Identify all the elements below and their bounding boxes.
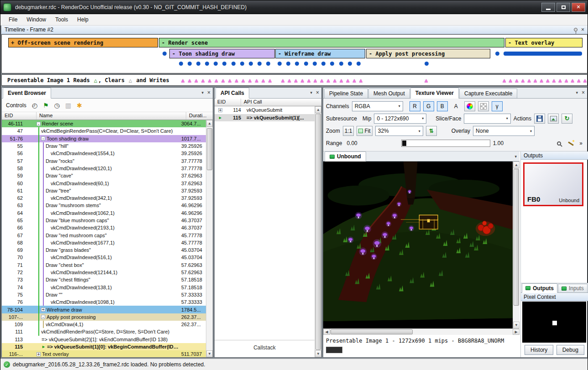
toolbar-overflow-icon[interactable]: » xyxy=(579,140,583,146)
flag-icon[interactable]: ⚑ xyxy=(43,102,49,109)
scroll-down-icon[interactable]: ▼ xyxy=(315,350,321,357)
event-row[interactable]: 58vkCmdDrawIndexed(120,1)37.77778 xyxy=(2,165,206,172)
event-row[interactable]: 57Draw "rocks"37.77778 xyxy=(2,157,206,164)
draw-marker-dot[interactable] xyxy=(196,62,200,66)
reads-triangle-icon[interactable]: △ xyxy=(94,77,97,83)
tab-event-browser[interactable]: Event Browser xyxy=(3,88,51,99)
dock-menu-icon[interactable]: ▾ xyxy=(310,90,312,95)
event-row[interactable]: 59Draw "cave"37.62963 xyxy=(2,172,206,179)
draw-marker-dot[interactable] xyxy=(179,62,183,66)
write-marker-triangle[interactable]: ▲ xyxy=(540,78,543,83)
write-marker-triangle[interactable]: ▲ xyxy=(188,78,191,83)
draw-marker-dot[interactable] xyxy=(425,62,429,66)
dock-menu-icon[interactable]: ▾ xyxy=(201,90,204,95)
event-row[interactable]: 63Draw "mushroom stems"46.96296 xyxy=(2,202,206,209)
scroll-thumb[interactable] xyxy=(331,329,413,334)
range-slider[interactable] xyxy=(401,140,490,147)
write-marker-triangle[interactable]: ▲ xyxy=(327,78,330,83)
channel-green-toggle[interactable]: G xyxy=(423,101,434,111)
draw-marker-dot[interactable] xyxy=(348,62,352,66)
fit-button[interactable]: Fit xyxy=(357,126,372,136)
draw-marker-dot[interactable] xyxy=(295,62,299,66)
timeline-bar[interactable]: - Wireframe draw xyxy=(275,49,365,58)
event-row[interactable]: 64vkCmdDrawIndexed(1062,1)46.96296 xyxy=(2,209,206,217)
overlay-select[interactable]: None▾ xyxy=(473,126,535,136)
event-row[interactable]: 51-76-Toon shading draw1017.7... xyxy=(2,135,206,142)
zoom-1to1-button[interactable]: 1:1 xyxy=(343,126,354,136)
draw-marker-dot[interactable] xyxy=(321,62,326,66)
write-marker-triangle[interactable]: ▲ xyxy=(314,78,317,83)
channel-red-toggle[interactable]: R xyxy=(410,101,420,111)
channels-select[interactable]: RGBA▾ xyxy=(352,101,403,111)
write-marker-triangle[interactable]: ▲ xyxy=(294,78,297,83)
save-button[interactable] xyxy=(534,114,545,124)
menu-tools[interactable]: Tools xyxy=(51,15,73,24)
column-duration[interactable]: Durati... xyxy=(186,112,213,120)
event-row[interactable]: 55Draw "hill"39.25926 xyxy=(2,142,206,150)
write-marker-triangle[interactable]: ▲ xyxy=(583,78,587,83)
scroll-left-icon[interactable]: ◀ xyxy=(323,329,330,335)
draw-marker-dot[interactable] xyxy=(357,62,361,66)
event-row[interactable]: 70vkCmdDrawIndexed(516,1)45.03704 xyxy=(2,254,206,261)
write-marker-triangle[interactable]: ▲ xyxy=(534,78,537,83)
event-row[interactable]: 62vkCmdDrawIndexed(342,1)37.92593 xyxy=(2,194,206,202)
event-row[interactable]: 72vkCmdDrawIndexed(12144,1)57.62963 xyxy=(2,269,206,276)
write-marker-triangle[interactable]: ▲ xyxy=(268,78,272,83)
event-row[interactable]: 74vkCmdDrawIndexed(138,1)57.18518 xyxy=(2,284,206,291)
write-marker-triangle[interactable]: ▲ xyxy=(515,78,518,83)
write-marker-triangle[interactable]: ▲ xyxy=(194,78,198,83)
maximize-button[interactable] xyxy=(556,3,570,12)
write-marker-triangle[interactable]: ▲ xyxy=(346,78,349,83)
scroll-down-icon[interactable]: ▼ xyxy=(513,322,520,328)
event-row[interactable]: 65Draw "blue mushroom caps"46.37037 xyxy=(2,217,206,224)
magnifier-icon[interactable] xyxy=(557,141,561,146)
goto-resource-button[interactable]: ↻ xyxy=(562,114,572,124)
fb0-thumbnail[interactable]: FB0 Unbound xyxy=(523,162,583,206)
column-eid[interactable]: EID xyxy=(215,99,241,106)
draw-marker-dot[interactable] xyxy=(313,62,317,66)
draw-marker-dot[interactable] xyxy=(163,52,167,56)
event-row[interactable]: 61Draw "tree"37.92593 xyxy=(2,187,206,194)
write-marker-triangle[interactable]: ▲ xyxy=(301,78,304,83)
write-marker-triangle[interactable]: ▲ xyxy=(577,78,580,83)
tab-capture-executable[interactable]: Capture Executable xyxy=(459,89,517,98)
write-marker-triangle[interactable]: ▲ xyxy=(527,78,530,83)
event-row[interactable]: 68vkCmdDrawIndexed(1677,1)45.77778 xyxy=(2,239,206,246)
event-row[interactable]: 116-...+Text overlay511.7037 xyxy=(2,350,206,357)
write-marker-triangle[interactable]: ▲ xyxy=(242,78,245,83)
scroll-right-icon[interactable]: ▶ xyxy=(513,329,520,335)
write-marker-triangle[interactable]: ▲ xyxy=(320,78,323,83)
event-row[interactable]: 76vkCmdDrawIndexed(1098,1)57.33333 xyxy=(2,298,206,306)
draw-marker-dot[interactable] xyxy=(330,62,334,66)
scroll-thumb[interactable] xyxy=(315,114,321,350)
event-row[interactable]: 115►=> vkQueueSubmit(1)[0]: vkBeginComma… xyxy=(2,343,206,350)
write-marker-triangle[interactable]: ▲ xyxy=(215,78,218,83)
write-marker-triangle[interactable]: ▲ xyxy=(262,78,265,83)
event-row[interactable]: 107-...-Apply post processing262.37... xyxy=(2,313,206,321)
draw-marker-dot[interactable] xyxy=(339,62,343,66)
pin-icon[interactable] xyxy=(574,28,578,31)
draw-marker-dot[interactable] xyxy=(266,62,270,66)
history-button[interactable]: History xyxy=(525,345,553,355)
draw-marker-dot[interactable] xyxy=(495,52,499,56)
draw-marker-dot[interactable] xyxy=(240,62,244,66)
write-marker-triangle[interactable]: ▲ xyxy=(503,78,506,83)
api-call-row[interactable]: +114vkQueueSubmit xyxy=(215,106,315,114)
close-icon[interactable]: × xyxy=(582,90,585,95)
timeline-bar[interactable]: + Off-screen scene rendering xyxy=(8,38,158,47)
sliceface-select[interactable]: ▾ xyxy=(464,114,510,124)
column-api-call[interactable]: API Call xyxy=(241,99,321,106)
write-marker-triangle[interactable]: ▲ xyxy=(509,78,512,83)
pixel-context-view[interactable] xyxy=(522,302,586,343)
tab-inputs[interactable]: Inputs xyxy=(558,284,588,292)
close-button[interactable]: ✕ xyxy=(572,3,585,12)
timer-icon[interactable]: ◴ xyxy=(32,102,37,109)
event-browser-vscrollbar[interactable]: ▲ ▼ xyxy=(206,120,213,357)
write-marker-triangle[interactable]: ▲ xyxy=(201,78,205,83)
api-call-row[interactable]: ►115=> vkQueueSubmit(1)[... xyxy=(215,114,315,122)
clears-triangle-icon[interactable]: △ xyxy=(129,77,132,83)
write-marker-triangle[interactable]: ▲ xyxy=(307,78,310,83)
draw-marker-dot[interactable] xyxy=(214,62,218,66)
write-marker-triangle[interactable]: ▲ xyxy=(352,78,356,83)
tab-api-calls[interactable]: API Calls xyxy=(215,88,249,99)
